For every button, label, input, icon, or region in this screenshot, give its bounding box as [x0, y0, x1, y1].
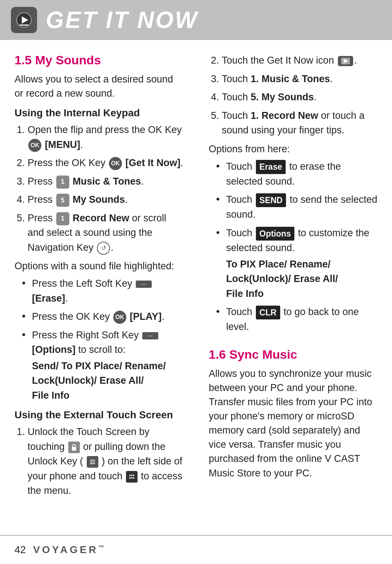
keypad-steps-list: Open the flip and press the OK Key OK [M…	[15, 122, 183, 255]
subsection1-heading: Using the Internal Keypad	[15, 107, 183, 119]
left-column: 1.5 My Sounds Allows you to select a des…	[15, 53, 191, 503]
list-item: Touch 1. Record New or touch a sound usi…	[222, 108, 377, 138]
svg-point-7	[129, 475, 131, 476]
touchscreen-steps-list-cont: Touch the Get It Now icon . Touch 1. Mus…	[209, 53, 377, 138]
menu-label: [MENU]	[45, 139, 80, 150]
section2-title: 1.6 Sync Music	[209, 347, 377, 362]
svg-point-12	[133, 477, 134, 479]
page-title: GET IT NOW	[46, 7, 198, 33]
music-tones-label: Music & Tones	[73, 176, 141, 187]
nav-key-icon: ↺	[97, 242, 110, 255]
record-new-label: Record New	[73, 213, 129, 223]
list-item: Touch SEND to send the selected sound.	[216, 192, 377, 222]
send-btn: SEND	[256, 193, 286, 208]
ok-key-icon2: OK	[109, 157, 122, 170]
right-soft-key-icon: —	[142, 332, 158, 339]
page-header: GET IT NOW	[0, 0, 392, 40]
page-number: 42	[15, 544, 26, 556]
svg-point-8	[131, 475, 132, 476]
subsection2-heading: Using the External Touch Screen	[15, 409, 183, 421]
list-item: Touch Options to customize the selected …	[216, 226, 377, 301]
send-options-label: Send/ To PIX Place/ Rename/Lock(Unlock)/…	[32, 359, 183, 403]
section1-title: 1.5 My Sounds	[15, 53, 183, 67]
my-sounds-label2: 5. My Sounds	[251, 92, 314, 102]
list-item: Press the Left Soft Key — [Erase].	[22, 276, 183, 306]
list-item: Touch Erase to erase the selected sound.	[216, 159, 377, 189]
ok-key-icon3: OK	[113, 311, 126, 324]
play-label: [PLAY]	[130, 311, 162, 322]
touchscreen-steps-list: Unlock the Touch Screen by touching or p…	[15, 424, 183, 498]
touch-options-list: Touch Erase to erase the selected sound.…	[209, 159, 377, 334]
list-item: Touch 5. My Sounds.	[222, 90, 377, 105]
svg-point-10	[129, 477, 131, 479]
list-item: Press the OK Key OK [Get It Now].	[28, 156, 183, 170]
list-item: Open the flip and press the OK Key OK [M…	[28, 122, 183, 152]
unlock-key-icon	[87, 456, 98, 468]
main-content: 1.5 My Sounds Allows you to select a des…	[0, 40, 392, 516]
get-it-now-header-icon	[11, 7, 37, 33]
lock-icon	[68, 442, 80, 453]
section2-body: Allows you to synchronize your music bet…	[209, 367, 377, 480]
dots-icon	[126, 471, 138, 483]
list-item: Touch the Get It Now icon .	[222, 53, 377, 68]
brand-name: VOYAGER™	[33, 544, 106, 556]
key-1-icon: 1	[56, 176, 69, 189]
list-item: Touch 1. Music & Tones.	[222, 72, 377, 86]
keypad-options-list: Press the Left Soft Key — [Erase]. Press…	[15, 276, 183, 403]
trademark-symbol: ™	[98, 544, 106, 551]
list-item: Press 1 Music & Tones.	[28, 174, 183, 189]
list-item: Press the Right Soft Key — [Options] to …	[22, 328, 183, 403]
options-heading-text: Options with a sound file highlighted:	[15, 259, 183, 273]
clr-btn: CLR	[256, 306, 280, 320]
erase-btn: Erase	[256, 160, 286, 174]
options-btn: Options	[256, 227, 295, 241]
my-sounds-label: My Sounds	[73, 194, 125, 205]
svg-point-11	[131, 477, 132, 479]
ok-key-icon: OK	[28, 139, 41, 152]
left-soft-key-icon: —	[136, 281, 152, 288]
options-label: [Options]	[32, 344, 75, 355]
list-item: Touch CLR to go back to one level.	[216, 305, 377, 334]
svg-rect-3	[72, 447, 76, 451]
page-footer: 42 VOYAGER™	[0, 535, 392, 564]
key-5-icon: 5	[56, 194, 69, 207]
touch-options-intro: Options from here:	[209, 142, 377, 156]
list-item: Unlock the Touch Screen by touching or p…	[28, 424, 183, 498]
pix-options-label: To PIX Place/ Rename/Lock(Unlock)/ Erase…	[226, 257, 377, 301]
music-tones-label2: 1. Music & Tones	[251, 73, 330, 84]
list-item: Press 5 My Sounds.	[28, 192, 183, 207]
getit-icon	[338, 56, 353, 66]
key-1-icon2: 1	[56, 212, 69, 225]
get-it-now-label: [Get It Now]	[126, 157, 180, 168]
list-item: Press 1 Record New or scroll and select …	[28, 211, 183, 255]
svg-point-9	[133, 475, 134, 476]
list-item: Press the OK Key OK [PLAY].	[22, 309, 183, 324]
erase-label: [Erase]	[32, 293, 65, 304]
right-column: Touch the Get It Now icon . Touch 1. Mus…	[205, 53, 377, 503]
record-new-label2: 1. Record New	[251, 110, 318, 121]
section1-intro: Allows you to select a desired sound or …	[15, 72, 183, 101]
